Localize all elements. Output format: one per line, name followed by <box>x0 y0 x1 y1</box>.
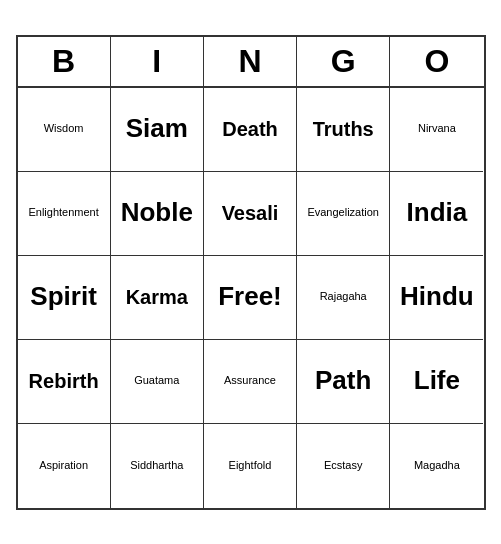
bingo-cell-5: Enlightenment <box>18 172 111 256</box>
cell-text-17: Assurance <box>224 374 276 387</box>
bingo-cell-21: Siddhartha <box>111 424 204 508</box>
cell-text-1: Siam <box>126 113 188 144</box>
bingo-cell-8: Evangelization <box>297 172 390 256</box>
cell-text-16: Guatama <box>134 374 179 387</box>
cell-text-13: Rajagaha <box>320 290 367 303</box>
bingo-cell-24: Magadha <box>390 424 483 508</box>
cell-text-10: Spirit <box>30 281 96 312</box>
cell-text-3: Truths <box>313 117 374 141</box>
cell-text-23: Ecstasy <box>324 459 363 472</box>
cell-text-15: Rebirth <box>29 369 99 393</box>
cell-text-19: Life <box>414 365 460 396</box>
bingo-cell-11: Karma <box>111 256 204 340</box>
bingo-cell-17: Assurance <box>204 340 297 424</box>
bingo-cell-18: Path <box>297 340 390 424</box>
cell-text-0: Wisdom <box>44 122 84 135</box>
cell-text-20: Aspiration <box>39 459 88 472</box>
header-letter-n: N <box>204 37 297 86</box>
cell-text-4: Nirvana <box>418 122 456 135</box>
bingo-cell-7: Vesali <box>204 172 297 256</box>
bingo-cell-2: Death <box>204 88 297 172</box>
cell-text-18: Path <box>315 365 371 396</box>
cell-text-7: Vesali <box>222 201 279 225</box>
cell-text-2: Death <box>222 117 278 141</box>
bingo-cell-10: Spirit <box>18 256 111 340</box>
bingo-cell-15: Rebirth <box>18 340 111 424</box>
header-letter-i: I <box>111 37 204 86</box>
cell-text-6: Noble <box>121 197 193 228</box>
cell-text-14: Hindu <box>400 281 474 312</box>
cell-text-8: Evangelization <box>307 206 379 219</box>
bingo-card: BINGO WisdomSiamDeathTruthsNirvanaEnligh… <box>16 35 486 510</box>
bingo-header: BINGO <box>18 37 484 88</box>
bingo-cell-20: Aspiration <box>18 424 111 508</box>
bingo-cell-12: Free! <box>204 256 297 340</box>
cell-text-21: Siddhartha <box>130 459 183 472</box>
header-letter-o: O <box>390 37 483 86</box>
header-letter-b: B <box>18 37 111 86</box>
bingo-cell-0: Wisdom <box>18 88 111 172</box>
cell-text-22: Eightfold <box>229 459 272 472</box>
cell-text-11: Karma <box>126 285 188 309</box>
bingo-grid: WisdomSiamDeathTruthsNirvanaEnlightenmen… <box>18 88 484 508</box>
header-letter-g: G <box>297 37 390 86</box>
bingo-cell-23: Ecstasy <box>297 424 390 508</box>
bingo-cell-1: Siam <box>111 88 204 172</box>
bingo-cell-19: Life <box>390 340 483 424</box>
bingo-cell-13: Rajagaha <box>297 256 390 340</box>
cell-text-9: India <box>407 197 468 228</box>
cell-text-12: Free! <box>218 281 282 312</box>
cell-text-24: Magadha <box>414 459 460 472</box>
cell-text-5: Enlightenment <box>28 206 98 219</box>
bingo-cell-22: Eightfold <box>204 424 297 508</box>
bingo-cell-3: Truths <box>297 88 390 172</box>
bingo-cell-9: India <box>390 172 483 256</box>
bingo-cell-6: Noble <box>111 172 204 256</box>
bingo-cell-4: Nirvana <box>390 88 483 172</box>
bingo-cell-16: Guatama <box>111 340 204 424</box>
bingo-cell-14: Hindu <box>390 256 483 340</box>
